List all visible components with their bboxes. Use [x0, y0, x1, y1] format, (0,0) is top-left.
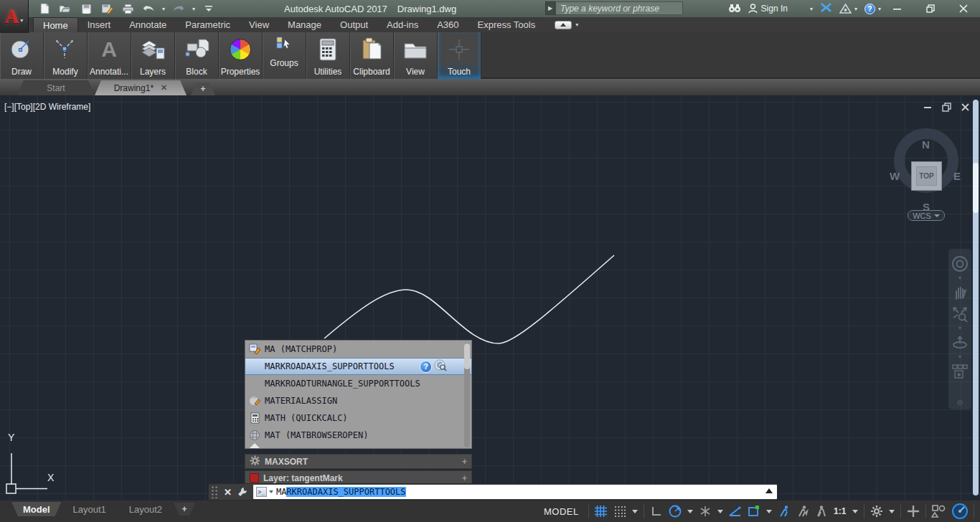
tab-home[interactable]: Home [33, 17, 78, 32]
pan-hand-icon[interactable] [948, 282, 971, 303]
suggestion-materialassign[interactable]: MATERIALASSIGN [245, 392, 471, 409]
close-icon[interactable] [947, 0, 980, 17]
annotation-monitor-plus-icon[interactable] [905, 503, 922, 520]
open-file-icon[interactable] [58, 2, 72, 15]
tab-output[interactable]: Output [331, 17, 377, 32]
qat-customize-icon[interactable] [202, 2, 216, 15]
minimize-icon[interactable] [881, 0, 914, 17]
command-close-icon[interactable]: ✕ [218, 487, 237, 498]
annotation-visibility-icon[interactable] [776, 503, 793, 520]
annotation-scale-value[interactable]: 1:1 [831, 503, 849, 520]
annotation-autoscale-icon[interactable] [794, 503, 811, 520]
ribbon-panel-view[interactable]: View [394, 32, 438, 79]
maximize-icon[interactable] [914, 0, 947, 17]
undo-icon[interactable] [141, 2, 156, 15]
viewcube[interactable]: N S W E TOP [877, 112, 975, 209]
ribbon-panel-layers[interactable]: Layers [131, 32, 175, 79]
tab-annotate[interactable]: Annotate [120, 17, 176, 32]
command-input[interactable]: >_ MARKROADAXIS_SUPPORTTOOLS [253, 485, 777, 499]
keyword-search-input[interactable] [555, 1, 683, 15]
workspace-gear-icon[interactable] [868, 503, 885, 520]
object-snap-icon[interactable] [745, 503, 763, 520]
tab-insert[interactable]: Insert [78, 17, 121, 32]
suggestion-markroadturnangle[interactable]: MARKROADTURNANGLE_SUPPORTTOOLS [245, 375, 471, 392]
exchange-x-icon[interactable] [820, 2, 832, 15]
model-space-toggle[interactable]: MODEL [538, 503, 585, 520]
graphics-performance-icon[interactable] [950, 503, 970, 520]
ribbon-panel-groups[interactable]: Groups [263, 32, 306, 79]
tab-express-tools[interactable]: Express Tools [468, 17, 545, 32]
spline-curve[interactable] [0, 95, 980, 500]
scrollbar-thumb[interactable] [973, 163, 979, 213]
file-tab-drawing1[interactable]: Drawing1* ✕ [95, 80, 187, 95]
ortho-mode-icon[interactable] [648, 503, 665, 520]
orbit-icon[interactable] [948, 332, 971, 353]
tab-view[interactable]: View [240, 17, 278, 32]
snap-mode-icon[interactable] [611, 503, 628, 520]
command-bar-grip[interactable] [211, 485, 218, 498]
save-icon[interactable] [79, 2, 93, 15]
snap-dropdown-icon[interactable] [632, 510, 638, 513]
viewcube-east[interactable]: E [953, 170, 961, 182]
tab-manage[interactable]: Manage [278, 17, 331, 32]
object-snap-tracking-icon[interactable] [727, 503, 744, 520]
isodraft-dropdown-icon[interactable] [717, 510, 723, 513]
tab-parametric[interactable]: Parametric [176, 17, 240, 32]
recent-commands-arrow-icon[interactable] [765, 488, 773, 493]
redo-dropdown-icon[interactable]: ▾ [192, 6, 195, 12]
tab-addins[interactable]: Add-ins [377, 17, 428, 32]
a360-icon[interactable]: ▾ [839, 4, 857, 14]
file-tab-start[interactable]: Start [17, 80, 95, 95]
suggestion-mat-matbrowseropen[interactable]: MAT (MATBROWSEROPEN) [245, 427, 471, 444]
viewcube-top-face[interactable]: TOP [911, 161, 942, 191]
workspace-dropdown-icon[interactable] [889, 510, 895, 513]
layout-tab-layout1[interactable]: Layout1 [62, 502, 118, 516]
navbar-collapse-icon[interactable]: ⊖ [957, 399, 963, 407]
polar-tracking-icon[interactable] [666, 503, 684, 520]
ribbon-panel-block[interactable]: Block [175, 32, 219, 79]
viewcube-west[interactable]: W [890, 170, 900, 182]
command-line-bar[interactable]: ✕ >_ MARKROADAXIS_SUPPORTTOOLS [208, 483, 778, 500]
suggestion-math-quickcalc[interactable]: MATH (QUICKCALC) [245, 409, 471, 427]
polar-dropdown-icon[interactable] [687, 510, 693, 513]
application-menu-button[interactable]: A ▾ [0, 0, 29, 33]
viewcube-north[interactable]: N [922, 138, 930, 151]
category-maxsort[interactable]: MAXSORT + [245, 454, 472, 469]
grid-display-icon[interactable] [593, 503, 610, 520]
ribbon-panel-properties[interactable]: Properties [219, 32, 263, 79]
wheel-dropdown-icon[interactable]: ▼ [958, 275, 963, 282]
popup-scrollbar[interactable] [464, 343, 470, 447]
canvas-vertical-scrollbar[interactable] [973, 100, 979, 495]
ribbon-panel-draw[interactable]: Draw [0, 32, 44, 79]
ribbon-minimize-button[interactable]: ▾ [555, 17, 578, 32]
orbit-dropdown-icon[interactable]: ▼ [958, 353, 963, 361]
suggestion-markroadaxis[interactable]: MARKROADAXIS_SUPPORTTOOLS ? [245, 358, 471, 375]
redo-icon[interactable] [171, 2, 186, 15]
zoom-dropdown-icon[interactable]: ▼ [958, 325, 963, 332]
wcs-dropdown[interactable]: WCS [908, 210, 945, 221]
suggestion-ma-matchprop[interactable]: MA (MATCHPROP) [245, 341, 471, 358]
command-customize-wrench-icon[interactable] [237, 487, 253, 497]
binoculars-icon[interactable] [728, 3, 741, 15]
tab-close-icon[interactable]: ✕ [161, 83, 167, 92]
undo-dropdown-icon[interactable]: ▾ [162, 6, 165, 12]
zoom-extents-icon[interactable] [948, 303, 971, 325]
ribbon-panel-utilities[interactable]: Utilities [306, 32, 350, 79]
expand-plus-icon[interactable]: + [462, 457, 467, 467]
ribbon-panel-clipboard[interactable]: Clipboard [350, 32, 394, 79]
tab-a360[interactable]: A360 [428, 17, 468, 32]
layout-tab-layout2[interactable]: Layout2 [118, 502, 174, 516]
navigation-wheel-icon[interactable] [948, 253, 971, 275]
suggestion-search-icon[interactable] [434, 359, 447, 374]
showmotion-icon[interactable] [948, 361, 971, 382]
plot-icon[interactable] [121, 2, 135, 15]
new-drawing-tab-button[interactable]: + [191, 82, 215, 95]
new-layout-button[interactable]: + [174, 503, 195, 516]
new-file-icon[interactable] [37, 2, 52, 15]
suggestion-help-icon[interactable]: ? [420, 361, 432, 373]
drawing-canvas[interactable]: [−][Top][2D Wireframe] N S W E TOP WCS [0, 95, 980, 500]
save-as-icon[interactable] [100, 2, 114, 15]
sign-in-button[interactable]: Sign In ▾ [748, 4, 813, 14]
layout-tab-model[interactable]: Model [11, 502, 62, 516]
expand-plus-icon[interactable]: + [462, 473, 467, 483]
